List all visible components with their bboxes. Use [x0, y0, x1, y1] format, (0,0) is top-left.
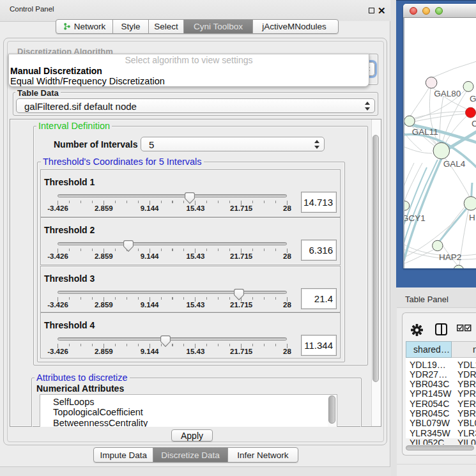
svg-text:G.: G. — [470, 94, 476, 104]
svg-text:GAL80: GAL80 — [434, 89, 461, 98]
svg-text:HAP2: HAP2 — [439, 252, 461, 262]
svg-text:GAL4: GAL4 — [443, 159, 466, 169]
svg-text:GAL11: GAL11 — [412, 127, 438, 137]
svg-text:H: H — [469, 213, 475, 222]
svg-text:GCY1: GCY1 — [404, 213, 426, 223]
svg-text:C: C — [472, 119, 476, 128]
